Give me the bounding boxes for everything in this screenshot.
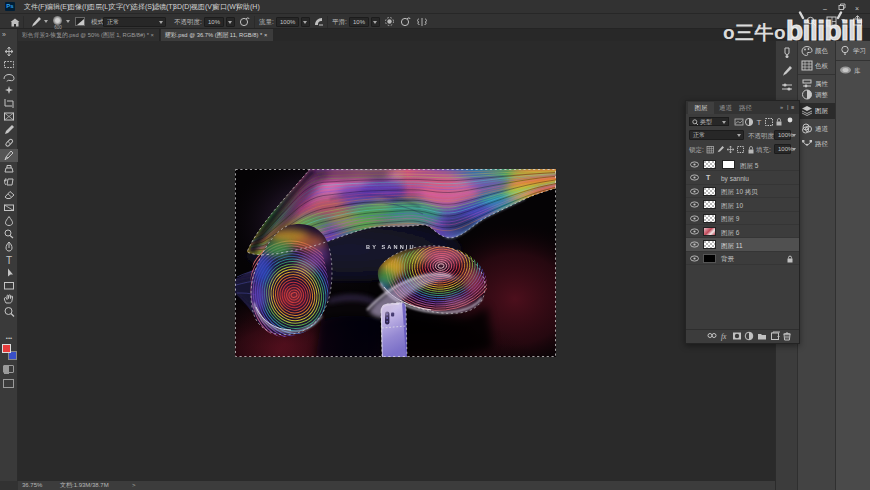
svg-text:BY SANNIU: BY SANNIU	[366, 244, 416, 250]
svg-text:T: T	[6, 255, 12, 266]
svg-text:T: T	[757, 118, 762, 127]
svg-text:fx: fx	[721, 332, 727, 341]
